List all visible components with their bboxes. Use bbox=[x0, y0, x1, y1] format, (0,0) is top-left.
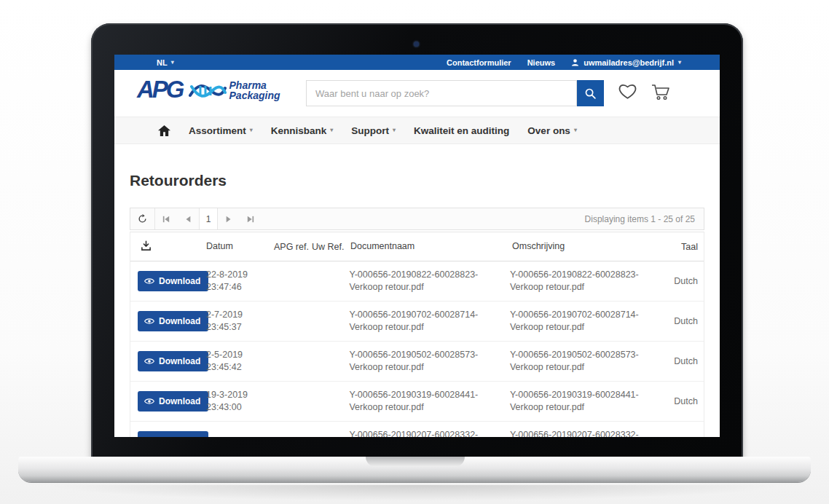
cell-datum: 7-2-2019 bbox=[206, 436, 273, 438]
page-content: Retourorders 1 bbox=[114, 144, 720, 437]
chevron-down-icon: ▾ bbox=[574, 127, 577, 133]
laptop-reflection bbox=[44, 485, 785, 501]
topbar-link-nieuws[interactable]: Nieuws bbox=[527, 58, 556, 67]
cell-omschrijving: Y-000656-20190319-60028441-Verkoop retou… bbox=[510, 389, 674, 414]
download-button-label: Download bbox=[159, 316, 200, 326]
top-utility-bar: NL ▾ Contactformulier Nieuws uwmailadres… bbox=[114, 55, 720, 70]
current-page-indicator: 1 bbox=[199, 208, 218, 229]
page-title: Retourorders bbox=[130, 144, 704, 189]
language-label: NL bbox=[157, 58, 168, 67]
cell-taal: Dutch bbox=[674, 356, 704, 366]
topbar-link-contactformulier[interactable]: Contactformulier bbox=[447, 58, 511, 67]
col-header-omschrijving: Omschrijving bbox=[512, 240, 677, 253]
eye-icon bbox=[144, 398, 154, 405]
download-button[interactable]: Download bbox=[138, 351, 208, 371]
browser-viewport: NL ▾ Contactformulier Nieuws uwmailadres… bbox=[114, 55, 720, 437]
chevron-down-icon: ▾ bbox=[678, 60, 681, 66]
download-column-icon bbox=[141, 240, 152, 251]
prev-page-button[interactable] bbox=[177, 208, 199, 229]
download-button-label: Download bbox=[159, 276, 200, 286]
nav-item-kennisbank[interactable]: Kennisbank ▾ bbox=[271, 125, 334, 136]
cell-omschrijving: Y-000656-20190502-60028573-Verkoop retou… bbox=[510, 349, 674, 374]
cart-button[interactable] bbox=[651, 83, 671, 103]
cell-omschrijving: Y-000656-20190822-60028823-Verkoop retou… bbox=[510, 269, 674, 294]
table-row: Download 19-3-2019 23:43:00 Y-000656-201… bbox=[130, 382, 704, 422]
download-button-label: Download bbox=[159, 436, 200, 437]
cell-taal: Dutch bbox=[674, 396, 704, 406]
table-header-row: Datum APG ref. Uw Ref. Documentnaam Omsc… bbox=[130, 232, 704, 261]
pager-status: Displaying items 1 - 25 of 25 bbox=[585, 208, 704, 229]
cell-taal: Dutch bbox=[674, 316, 704, 326]
cell-taal: Dutch bbox=[674, 276, 704, 286]
table-row: Download 22-8-2019 23:47:46 Y-000656-201… bbox=[130, 261, 704, 302]
site-logo[interactable]: APG Pharma Packaging bbox=[137, 76, 280, 101]
account-email: uwmailadres@bedrijf.nl bbox=[584, 58, 674, 67]
logo-brand-text: APG bbox=[137, 77, 183, 101]
cell-datum: 2-5-2019 23:45:42 bbox=[206, 349, 273, 374]
heart-icon bbox=[618, 83, 637, 101]
last-page-icon bbox=[247, 216, 254, 223]
cell-documentnaam: Y-000656-20190502-60028573-Verkoop retou… bbox=[349, 349, 509, 374]
pager-toolbar: 1 Displaying items 1 - 25 of 25 bbox=[130, 208, 704, 230]
nav-item-assortiment[interactable]: Assortiment ▾ bbox=[189, 125, 253, 136]
next-page-button[interactable] bbox=[218, 208, 240, 229]
download-button-label: Download bbox=[159, 396, 200, 406]
logo-tagline: Pharma Packaging bbox=[229, 80, 280, 101]
cell-taal: Dutch bbox=[674, 436, 704, 437]
eye-icon bbox=[144, 318, 154, 325]
refresh-icon bbox=[138, 214, 147, 224]
cart-icon bbox=[651, 83, 671, 101]
cell-datum: 2-7-2019 23:45:37 bbox=[206, 309, 273, 334]
cell-datum: 19-3-2019 23:43:00 bbox=[206, 389, 273, 414]
col-header-datum: Datum bbox=[206, 240, 274, 253]
retourorders-table: Datum APG ref. Uw Ref. Documentnaam Omsc… bbox=[130, 232, 704, 437]
nav-item-over-ons[interactable]: Over ons ▾ bbox=[527, 125, 577, 136]
table-row: Download 2-7-2019 23:45:37 Y-000656-2019… bbox=[130, 302, 704, 342]
cell-documentnaam: Y-000656-20190702-60028714-Verkoop retou… bbox=[349, 309, 509, 334]
first-page-icon bbox=[162, 216, 170, 223]
download-button[interactable]: Download bbox=[138, 391, 208, 412]
user-icon bbox=[571, 58, 579, 66]
download-button[interactable]: Download bbox=[138, 431, 208, 437]
language-selector[interactable]: NL ▾ bbox=[157, 58, 174, 67]
refresh-button[interactable] bbox=[130, 208, 155, 229]
nav-home-button[interactable] bbox=[158, 125, 170, 136]
cell-omschrijving: Y-000656-20190207-60028332-Verkoop retou… bbox=[510, 429, 674, 437]
dna-icon bbox=[189, 79, 227, 101]
search-input[interactable] bbox=[307, 81, 576, 106]
search-icon bbox=[584, 87, 597, 100]
col-header-taal: Taal bbox=[677, 242, 704, 252]
cell-documentnaam: Y-000656-20190207-60028332-Verkoop retou… bbox=[349, 429, 509, 437]
download-button[interactable]: Download bbox=[138, 311, 208, 331]
prev-page-icon bbox=[185, 216, 191, 223]
chevron-down-icon: ▾ bbox=[330, 127, 333, 133]
col-header-uw-ref: Uw Ref. bbox=[312, 242, 350, 252]
chevron-down-icon: ▾ bbox=[393, 127, 396, 133]
chevron-down-icon: ▾ bbox=[171, 60, 174, 66]
chevron-down-icon: ▾ bbox=[250, 127, 253, 133]
main-nav: Assortiment ▾ Kennisbank ▾ Support ▾ Kwa… bbox=[114, 117, 720, 144]
col-header-documentnaam: Documentnaam bbox=[350, 240, 512, 253]
webcam-dot bbox=[414, 42, 419, 47]
col-header-apg-ref: APG ref. bbox=[274, 242, 312, 252]
next-page-icon bbox=[226, 216, 232, 223]
nav-item-support[interactable]: Support ▾ bbox=[351, 125, 396, 136]
laptop-base-notch bbox=[366, 457, 465, 467]
last-page-button[interactable] bbox=[240, 208, 262, 229]
table-body: Download 22-8-2019 23:47:46 Y-000656-201… bbox=[130, 261, 704, 437]
site-header: APG Pharma Packaging bbox=[114, 70, 720, 117]
cell-documentnaam: Y-000656-20190319-60028441-Verkoop retou… bbox=[349, 389, 509, 414]
download-button[interactable]: Download bbox=[138, 271, 208, 291]
account-menu[interactable]: uwmailadres@bedrijf.nl ▾ bbox=[571, 58, 681, 67]
eye-icon bbox=[144, 358, 154, 365]
first-page-button[interactable] bbox=[155, 208, 177, 229]
wishlist-button[interactable] bbox=[618, 83, 637, 103]
eye-icon bbox=[144, 277, 154, 285]
nav-item-kwaliteit-en-auditing[interactable]: Kwaliteit en auditing bbox=[414, 125, 509, 136]
home-icon bbox=[158, 125, 170, 136]
search-button[interactable] bbox=[577, 80, 604, 106]
download-button-label: Download bbox=[159, 356, 200, 366]
cell-omschrijving: Y-000656-20190702-60028714-Verkoop retou… bbox=[510, 309, 674, 334]
table-row: Download 7-2-2019 Y-000656-20190207-6002… bbox=[130, 422, 704, 437]
cell-documentnaam: Y-000656-20190822-60028823-Verkoop retou… bbox=[349, 269, 509, 294]
